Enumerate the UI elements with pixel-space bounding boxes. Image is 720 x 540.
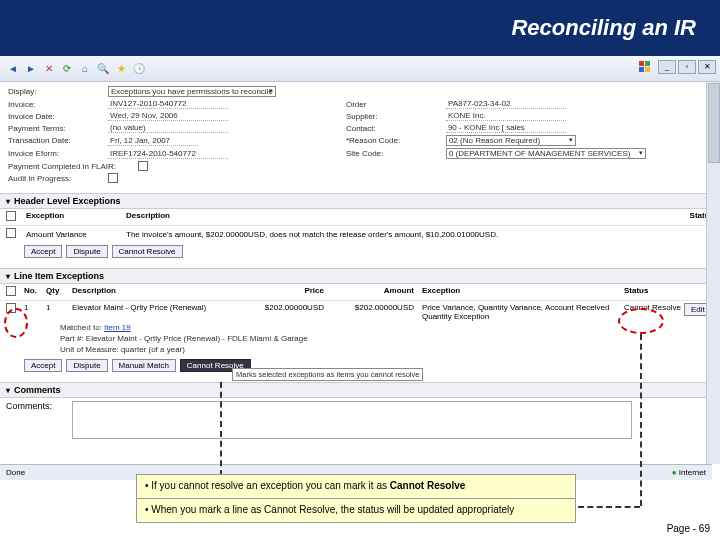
line-qty: 1	[46, 303, 72, 312]
header-exc-row-check[interactable]	[6, 228, 16, 238]
eform-value: IREF1724-2010-540772	[108, 149, 228, 159]
dispute-button-line[interactable]: Dispute	[66, 359, 107, 372]
reason-select[interactable]: 02 (No Reason Required)	[446, 135, 576, 146]
txndate-value: Fri, 12 Jan, 2007	[108, 136, 198, 146]
status-done: Done	[6, 468, 25, 477]
line-amount: $202.00000USD	[332, 303, 422, 312]
contact-label: Contact:	[346, 124, 446, 133]
line-exc-actions: Accept Dispute Manual Match Cannot Resol…	[0, 356, 720, 378]
line-no: 1	[24, 303, 46, 312]
matched-to-row: Matched to: Item 19	[0, 323, 720, 334]
accept-button[interactable]: Accept	[24, 245, 62, 258]
forward-icon[interactable]: ►	[24, 62, 38, 76]
accept-button-line[interactable]: Accept	[24, 359, 62, 372]
col-price: Price	[232, 286, 332, 298]
header-exceptions-section[interactable]: Header Level Exceptions	[0, 193, 720, 209]
site-label: Site Code:	[346, 149, 446, 158]
line-checkall[interactable]	[6, 286, 16, 296]
supplier-value: KONE Inc.	[446, 111, 566, 121]
matched-item: Item 19	[104, 323, 131, 332]
comments-label: Comments:	[6, 401, 66, 411]
comments-input[interactable]	[72, 401, 632, 439]
callout-1-text: • If you cannot resolve an exception you…	[145, 480, 390, 491]
col-qty: Qty	[46, 286, 72, 298]
callout-1-bold: Cannot Resolve	[390, 480, 466, 491]
header-exc-columns: Exception Description Status	[0, 209, 720, 226]
back-icon[interactable]: ◄	[6, 62, 20, 76]
order-value: PA877-023-34-02	[446, 99, 566, 109]
line-exceptions-section[interactable]: Line Item Exceptions	[0, 268, 720, 284]
home-icon[interactable]: ⌂	[78, 62, 92, 76]
completed-checkbox[interactable]	[138, 161, 148, 171]
col-amount: Amount	[332, 286, 422, 298]
search-icon[interactable]: 🔍	[96, 62, 110, 76]
header-exc-actions: Accept Dispute Cannot Resolve	[0, 242, 720, 264]
audit-label: Audit in Progress:	[8, 174, 108, 183]
ir-form: Display: Exceptions you have permissions…	[0, 82, 720, 189]
svg-rect-3	[645, 67, 650, 72]
order-label: Order	[346, 100, 446, 109]
slide-title-bar: Reconciling an IR	[0, 0, 720, 56]
comments-section[interactable]: Comments	[0, 382, 720, 398]
header-exc-desc: The invoice's amount, $202.00000USD, doe…	[126, 230, 654, 239]
restore-button[interactable]: ▫	[678, 60, 696, 74]
windows-flag-icon	[638, 60, 652, 74]
col-exception-line: Exception	[422, 286, 624, 298]
vertical-scrollbar[interactable]	[706, 82, 720, 464]
history-icon[interactable]: 🕓	[132, 62, 146, 76]
display-select[interactable]: Exceptions you have permissions to recon…	[108, 86, 276, 97]
completed-label: Payment Completed in FLAIR:	[8, 162, 138, 171]
svg-rect-0	[639, 61, 644, 66]
payterms-value: (no value)	[108, 123, 228, 133]
dispute-button[interactable]: Dispute	[66, 245, 107, 258]
supplier-label: Supplier:	[346, 112, 446, 121]
invdate-value: Wed, 29 Nov, 2006	[108, 111, 228, 121]
annotation-line-2h	[578, 506, 640, 508]
line-row-check[interactable]	[6, 303, 16, 313]
favorites-icon[interactable]: ★	[114, 62, 128, 76]
col-exception: Exception	[26, 211, 126, 223]
svg-rect-1	[645, 61, 650, 66]
col-desc: Description	[72, 286, 232, 298]
site-select[interactable]: 0 (DEPARTMENT OF MANAGEMENT SERVICES)	[446, 148, 646, 159]
matched-part-row: Part #: Elevator Maint - Qrtly Price (Re…	[0, 334, 720, 345]
display-label: Display:	[8, 87, 108, 96]
matched-uom-row: Unit of Measure: quarter (of a year)	[0, 345, 720, 356]
line-price: $202.00000USD	[232, 303, 332, 312]
invoice-value: INV127-2010-540772	[108, 99, 228, 109]
txndate-label: Transaction Date:	[8, 136, 108, 145]
header-exc-name: Amount Variance	[26, 230, 126, 239]
close-button[interactable]: ✕	[698, 60, 716, 74]
comments-area: Comments:	[0, 398, 720, 442]
line-exc-row: 1 1 Elevator Maint - Qrtly Price (Renewa…	[0, 301, 720, 323]
matched-label: Matched to:	[60, 323, 102, 332]
slide-title: Reconciling an IR	[511, 15, 696, 41]
audit-checkbox[interactable]	[108, 173, 118, 183]
payterms-label: Payment Terms:	[8, 124, 108, 133]
header-exc-checkall[interactable]	[6, 211, 16, 221]
header-exc-row: Amount Variance The invoice's amount, $2…	[0, 226, 720, 242]
contact-value: 90 - KONE Inc [ sales	[446, 123, 566, 133]
stop-icon[interactable]: ✕	[42, 62, 56, 76]
callout-2-text: • When you mark a line as Cannot Resolve…	[145, 504, 514, 515]
scroll-thumb[interactable]	[708, 83, 720, 163]
window-controls: _ ▫ ✕	[638, 60, 716, 74]
refresh-icon[interactable]: ⟳	[60, 62, 74, 76]
col-no: No.	[24, 286, 46, 298]
line-status: Cannot Resolve	[624, 303, 684, 312]
browser-toolbar: ◄ ► ✕ ⟳ ⌂ 🔍 ★ 🕓 _ ▫ ✕	[0, 56, 720, 82]
line-exc-columns: No. Qty Description Price Amount Excepti…	[0, 284, 720, 301]
callout-2: • When you mark a line as Cannot Resolve…	[136, 498, 576, 523]
eform-label: Invoice Eform:	[8, 149, 108, 158]
minimize-button[interactable]: _	[658, 60, 676, 74]
cannot-resolve-button[interactable]: Cannot Resolve	[112, 245, 183, 258]
col-status: Status	[654, 211, 714, 223]
page-number: Page - 69	[667, 523, 710, 534]
invdate-label: Invoice Date:	[8, 112, 108, 121]
manual-match-button[interactable]: Manual Match	[112, 359, 176, 372]
line-exception: Price Variance, Quantity Variance, Accou…	[422, 303, 624, 321]
callout-1: • If you cannot resolve an exception you…	[136, 474, 576, 499]
reason-label: *Reason Code:	[346, 136, 446, 145]
cannot-resolve-tooltip: Marks selected exceptions as items you c…	[232, 368, 423, 381]
col-description: Description	[126, 211, 654, 223]
